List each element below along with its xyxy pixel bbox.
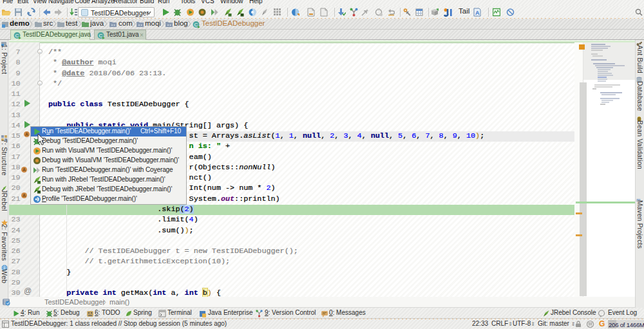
svg-text:C: C xyxy=(99,33,103,39)
svg-text:C: C xyxy=(194,22,198,28)
svg-text:C: C xyxy=(15,33,19,39)
svg-text:A: A xyxy=(475,10,480,16)
